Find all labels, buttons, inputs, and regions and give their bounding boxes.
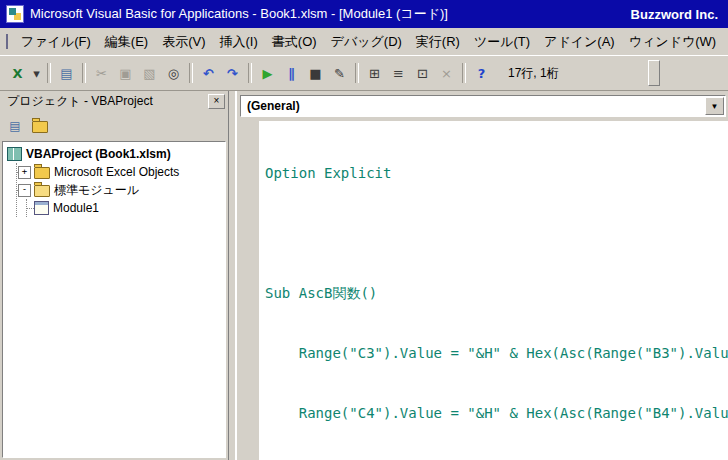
save-button[interactable]: ▤ — [55, 62, 78, 84]
expand-icon[interactable]: + — [18, 166, 31, 179]
code-window-header: (General) ▼ — [237, 91, 728, 121]
tree-item-label: Module1 — [53, 201, 99, 215]
window-title: Microsoft Visual Basic for Applications … — [30, 5, 625, 23]
margin-indicator-bar[interactable] — [237, 121, 260, 460]
toolbox-button[interactable]: × — [435, 62, 458, 84]
run-button[interactable]: ▶ — [256, 62, 279, 84]
toolbar-separator — [248, 63, 252, 83]
break-button[interactable]: ∥ — [280, 62, 303, 84]
object-browser-button[interactable]: ⊡ — [411, 62, 434, 84]
close-icon: × — [214, 96, 220, 106]
collapse-icon[interactable]: - — [18, 184, 31, 197]
menu-debug[interactable]: デバッグ(D) — [324, 30, 409, 54]
toolbar-separator — [462, 63, 466, 83]
tree-item-module1[interactable]: Module1 — [27, 199, 225, 217]
folder-closed-icon — [34, 167, 50, 179]
chevron-down-icon[interactable]: ▼ — [705, 97, 724, 115]
design-mode-button[interactable]: ✎ — [328, 62, 351, 84]
help-icon: ? — [478, 67, 486, 80]
cut-button[interactable]: ✂ — [90, 62, 113, 84]
project-explorer-panel: プロジェクト - VBAProject × ▤ VBAProject (Book… — [0, 91, 228, 460]
reset-button[interactable]: ■ — [304, 62, 327, 84]
code-line: Range("C3").Value = "&H" & Hex(Asc(Range… — [265, 343, 728, 363]
code-line: Range("C4").Value = "&H" & Hex(Asc(Range… — [265, 403, 728, 423]
insert-object-dropdown[interactable]: ▾ — [30, 62, 43, 84]
menu-addins[interactable]: アドイン(A) — [537, 30, 622, 54]
project-explorer-button[interactable]: ⊞ — [363, 62, 386, 84]
main-area: プロジェクト - VBAProject × ▤ VBAProject (Book… — [0, 91, 728, 460]
redo-icon: ↷ — [227, 67, 238, 80]
menu-tools[interactable]: ツール(T) — [467, 30, 537, 54]
object-dropdown-value: (General) — [241, 99, 705, 113]
scissors-icon: ✂ — [96, 67, 107, 80]
toolbar-separator — [47, 63, 51, 83]
tree-item-standard-modules[interactable]: - 標準モジュール — [17, 181, 225, 199]
code-editor[interactable]: Option Explicit Sub AscB関数() Range("C3")… — [260, 121, 728, 460]
title-bar: Microsoft Visual Basic for Applications … — [0, 0, 728, 28]
tree-item-excel-objects[interactable]: + Microsoft Excel Objects — [17, 163, 225, 181]
brand-text: Buzzword Inc. — [631, 7, 718, 22]
menu-help[interactable]: ヘルプ(H) — [723, 30, 728, 54]
toolbar-separator — [189, 63, 193, 83]
menu-run[interactable]: 実行(R) — [409, 30, 467, 54]
paste-icon: ▧ — [143, 67, 155, 80]
panel-splitter[interactable] — [228, 91, 236, 460]
project-panel-title: プロジェクト - VBAProject — [7, 93, 208, 110]
pause-icon: ∥ — [288, 67, 295, 80]
tree-children: + Microsoft Excel Objects - 標準モジュール — [16, 163, 225, 217]
chevron-down-icon: ▾ — [33, 67, 40, 80]
tree-connector — [27, 208, 34, 209]
tree-item-vbaproject[interactable]: VBAProject (Book1.xlsm) — [7, 145, 225, 163]
close-panel-button[interactable]: × — [208, 94, 225, 109]
folder-icon — [32, 121, 48, 133]
properties-window-button[interactable]: ≡ — [387, 62, 410, 84]
undo-button[interactable]: ↶ — [197, 62, 220, 84]
project-panel-header: プロジェクト - VBAProject × — [0, 91, 228, 111]
module-icon — [34, 201, 49, 215]
help-button[interactable]: ? — [470, 62, 493, 84]
toggle-folders-button[interactable] — [29, 116, 51, 136]
undo-icon: ↶ — [203, 67, 214, 80]
folder-open-icon — [34, 185, 50, 197]
view-code-icon: ▤ — [9, 119, 20, 133]
view-excel-button[interactable]: X — [6, 62, 29, 84]
save-icon: ▤ — [60, 67, 72, 80]
menu-file[interactable]: ファイル(F) — [14, 30, 98, 54]
menu-window[interactable]: ウィンドウ(W) — [622, 30, 723, 54]
paste-button[interactable]: ▧ — [138, 62, 161, 84]
object-browser-icon: ⊡ — [417, 67, 428, 80]
toolbar-overflow-handle[interactable] — [648, 60, 660, 86]
menu-format[interactable]: 書式(O) — [265, 30, 324, 54]
find-icon: ◎ — [168, 67, 179, 80]
tree-item-label: Microsoft Excel Objects — [54, 165, 179, 179]
toolbar-separator — [355, 63, 359, 83]
code-window: (General) ▼ Option Explicit Sub AscB関数()… — [236, 91, 728, 460]
menu-insert[interactable]: 挿入(I) — [213, 30, 265, 54]
menu-view[interactable]: 表示(V) — [155, 30, 212, 54]
toolbox-icon: × — [441, 67, 452, 80]
tree-item-label: VBAProject (Book1.xlsm) — [26, 147, 171, 161]
project-icon — [7, 147, 22, 161]
project-explorer-icon: ⊞ — [369, 67, 380, 80]
line-column-indicator: 17行, 1桁 — [508, 65, 559, 82]
find-button[interactable]: ◎ — [162, 62, 185, 84]
document-icon[interactable] — [6, 34, 8, 49]
copy-icon: ▣ — [119, 67, 131, 80]
code-line: Option Explicit — [265, 163, 728, 183]
excel-icon: X — [12, 67, 22, 80]
menu-bar: ファイル(F) 編集(E) 表示(V) 挿入(I) 書式(O) デバッグ(D) … — [0, 28, 728, 55]
redo-button[interactable]: ↷ — [221, 62, 244, 84]
copy-button[interactable]: ▣ — [114, 62, 137, 84]
tree-children: Module1 — [26, 199, 225, 217]
project-tree: VBAProject (Book1.xlsm) + Microsoft Exce… — [2, 141, 226, 458]
pencil-icon: ✎ — [334, 67, 345, 80]
properties-icon: ≡ — [393, 67, 404, 80]
view-code-button[interactable]: ▤ — [4, 116, 26, 136]
standard-toolbar: X ▾ ▤ ✂ ▣ ▧ ◎ ↶ ↷ ▶ ∥ ■ ✎ ⊞ ≡ ⊡ × ? 17行,… — [0, 55, 728, 91]
object-dropdown[interactable]: (General) ▼ — [240, 95, 726, 117]
menu-edit[interactable]: 編集(E) — [98, 30, 155, 54]
toolbar-separator — [82, 63, 86, 83]
code-line: Sub AscB関数() — [265, 283, 728, 303]
code-editor-body: Option Explicit Sub AscB関数() Range("C3")… — [237, 121, 728, 460]
vba-editor-window: Microsoft Visual Basic for Applications … — [0, 0, 728, 460]
